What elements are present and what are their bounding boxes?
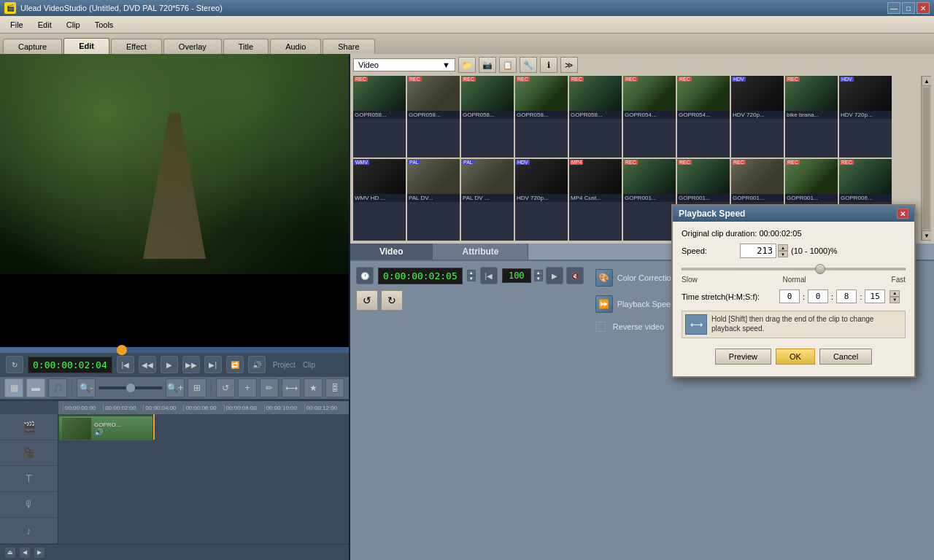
tab-title[interactable]: Title [223,39,269,54]
dialog-close-btn[interactable]: ✕ [897,209,908,219]
list-item[interactable]: PAL PAL DV ... [461,159,514,241]
music-track[interactable] [58,518,349,544]
scroll-thumb[interactable] [923,88,930,229]
tab-video[interactable]: Video [350,244,433,260]
storyboard-btn[interactable]: ▦ [4,378,23,397]
loop-btn[interactable]: ↻ [6,356,23,373]
list-item[interactable]: REC bike brana... [785,76,838,158]
rotate-ccw-btn[interactable]: ↺ [356,290,378,311]
list-item[interactable]: REC GOPR058... [461,76,514,158]
slider-thumb[interactable] [815,264,825,274]
minimize-button[interactable]: — [887,2,900,14]
go-start-btn2[interactable]: |◀ [480,267,498,284]
time-s-input[interactable] [836,289,857,303]
speed-down-btn[interactable]: ▼ [778,251,788,257]
volume-spinner[interactable]: ▲ ▼ [534,270,543,281]
title-track[interactable] [58,466,349,492]
prev-frame-btn[interactable]: ◀◀ [139,356,156,373]
time-up-btn[interactable]: ▲ [889,290,900,297]
next-btn[interactable]: ▶ [34,547,45,559]
list-item[interactable]: REC GOPR058... [569,76,622,158]
cancel-btn[interactable]: Cancel [819,349,872,365]
maximize-button[interactable]: □ [902,2,915,14]
menu-edit[interactable]: Edit [31,16,59,33]
tab-audio[interactable]: Audio [270,39,321,54]
list-item[interactable]: REC GOPR054... [623,76,676,158]
time-spinner[interactable]: ▲ ▼ [889,290,900,303]
speed-slider[interactable] [682,264,906,274]
undo-btn[interactable]: ↺ [216,378,235,397]
list-item[interactable]: REC GOPR001... [623,159,676,241]
go-end-btn[interactable]: ▶| [204,356,222,373]
voice-track[interactable] [58,492,349,518]
time-f-input[interactable] [865,289,885,303]
video-track[interactable]: GOPRO... 🔊 [58,414,349,440]
zoom-out-btn[interactable]: 🔍- [77,378,96,397]
vol-up[interactable]: ▲ [534,270,543,276]
transition-btn[interactable]: ⟷ [282,378,301,397]
vol-down[interactable]: ▼ [534,276,543,281]
speed-spinner[interactable]: ▲ ▼ [778,244,788,257]
info-btn[interactable]: ℹ [540,57,557,73]
ok-btn[interactable]: OK [776,349,815,365]
spin-down[interactable]: ▼ [467,276,476,281]
tab-capture[interactable]: Capture [3,39,62,54]
time-h-input[interactable] [779,289,800,303]
zoom-thumb[interactable] [126,384,135,392]
zoom-track[interactable] [99,386,163,389]
scroll-down-btn[interactable]: ▼ [922,230,931,241]
media-type-dropdown[interactable]: Video ▼ [353,58,455,71]
media-scrollbar[interactable]: ▲ ▼ [921,76,931,241]
color-correction-btn[interactable]: 🎨 Color Correction [591,267,680,289]
menu-tools[interactable]: Tools [88,16,121,33]
timecode-spinner[interactable]: ▲ ▼ [467,270,476,281]
volume-icon[interactable]: ▶ [546,267,563,284]
mixer-btn[interactable]: 🎛 [325,378,344,397]
preview-btn[interactable]: Preview [715,349,771,365]
playback-speed-dialog[interactable]: Playback Speed ✕ Original clip duration:… [671,204,916,378]
reverse-checkbox[interactable] [595,322,606,332]
tab-overlay[interactable]: Overlay [163,39,222,54]
list-item[interactable]: MP4 MP4 Cust... [569,159,622,241]
filter-btn[interactable]: 🔧 [520,57,537,73]
play-btn[interactable]: ▶ [161,356,178,373]
tab-share[interactable]: Share [323,39,374,54]
mute-icon[interactable]: 🔇 [566,267,584,284]
list-item[interactable]: REC GOPR054... [677,76,730,158]
add-media-btn[interactable]: 📁 [458,57,476,73]
list-item[interactable]: WMV WMV HD ... [353,159,406,241]
list-item[interactable]: HDV HDV 720p... [515,159,568,241]
list-item[interactable]: PAL PAL DV... [407,159,460,241]
tab-effect[interactable]: Effect [111,39,162,54]
scroll-up-btn[interactable]: ▲ [922,76,931,86]
zoom-in-btn[interactable]: 🔍+ [166,378,185,397]
add-media-btn[interactable]: + [238,378,257,397]
preview-scrubber[interactable] [0,347,349,353]
time-m-input[interactable] [808,289,828,303]
go-start-btn[interactable]: |◀ [117,356,134,373]
fit-btn[interactable]: ⊞ [188,378,207,397]
more-btn[interactable]: ≫ [560,57,578,73]
reverse-video-btn[interactable]: Reverse video [591,319,680,334]
capture-btn[interactable]: 📷 [479,57,496,73]
repeat-btn[interactable]: 🔁 [226,356,244,373]
edit-media-btn[interactable]: ✏ [260,378,279,397]
list-item[interactable]: HDV HDV 720p... [839,76,892,158]
audio-btn[interactable]: 🎵 [48,378,67,397]
tab-edit[interactable]: Edit [63,38,109,54]
time-down-btn[interactable]: ▼ [889,297,900,303]
eject-btn[interactable]: ⏏ [4,547,16,559]
speed-input[interactable] [740,244,776,258]
speed-up-btn[interactable]: ▲ [778,244,788,251]
menu-file[interactable]: File [3,16,31,33]
sort-btn[interactable]: 📋 [499,57,517,73]
list-item[interactable]: REC GOPR058... [515,76,568,158]
next-frame-btn[interactable]: ▶▶ [182,356,200,373]
scrubber-handle[interactable] [117,345,127,355]
overlay-track[interactable] [58,440,349,467]
list-item[interactable]: REC GOPR058... [353,76,406,158]
timeline-btn[interactable]: ▬ [26,378,45,397]
list-item[interactable]: REC GOPR058... [407,76,460,158]
prev-btn[interactable]: ◀ [19,547,31,559]
video-clip[interactable]: GOPRO... 🔊 [58,416,153,442]
